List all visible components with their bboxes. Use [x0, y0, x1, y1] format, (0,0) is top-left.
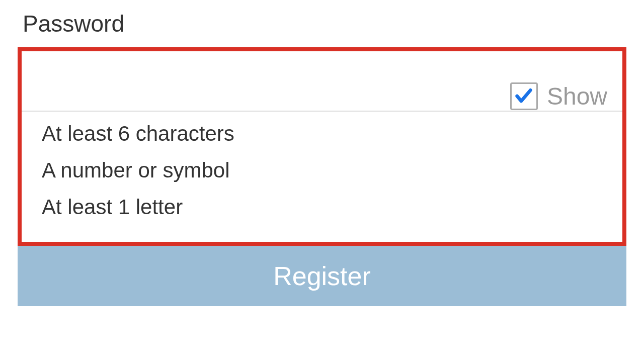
- requirement-item: At least 1 letter: [42, 195, 607, 219]
- register-button[interactable]: Register: [18, 246, 626, 306]
- checkmark-icon: [514, 86, 534, 106]
- password-requirements: At least 6 characters A number or symbol…: [22, 112, 622, 234]
- show-password-group: Show: [510, 82, 607, 110]
- password-input-row: Show: [22, 56, 622, 112]
- password-label: Password: [23, 10, 626, 37]
- show-password-label: Show: [547, 82, 607, 110]
- requirement-item: A number or symbol: [42, 158, 607, 183]
- password-input[interactable]: [37, 73, 510, 94]
- requirement-item: At least 6 characters: [42, 122, 607, 146]
- show-password-checkbox[interactable]: [510, 82, 538, 110]
- password-section-highlight: Show At least 6 characters A number or s…: [18, 47, 626, 246]
